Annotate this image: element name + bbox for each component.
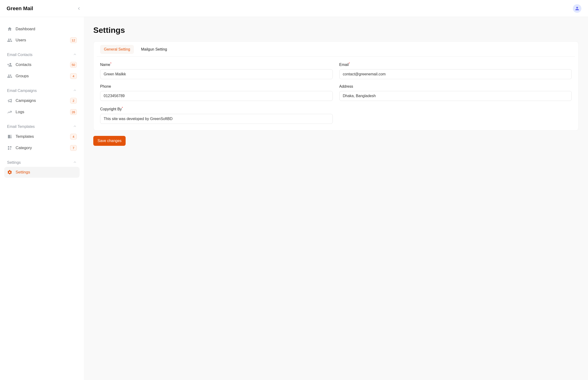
sidebar-item-label: Logs	[16, 110, 24, 114]
field-phone: Phone	[100, 84, 333, 101]
label-name: Name*	[100, 62, 333, 67]
users-icon	[7, 38, 12, 43]
sidebar-item-groups[interactable]: Groups 4	[4, 70, 80, 82]
sidebar-item-category[interactable]: Category 7	[4, 142, 80, 154]
trend-icon	[7, 109, 12, 114]
gear-icon	[7, 170, 12, 175]
sidebar-item-label: Contacts	[16, 62, 31, 67]
label-copyright: Copyright By*	[100, 106, 333, 111]
count-badge: 4	[70, 73, 77, 79]
field-email: Email*	[339, 62, 572, 79]
tabs: General Setting Mailgun Setting	[97, 45, 575, 57]
count-badge: 2	[70, 98, 77, 103]
section-title: Email Campaigns	[7, 89, 36, 93]
chevron-up-icon	[73, 88, 77, 93]
grid-plus-icon	[7, 145, 12, 151]
brand-logo-text[interactable]: Green Mail	[7, 5, 33, 12]
input-copyright[interactable]	[100, 114, 333, 124]
section-title: Settings	[7, 160, 21, 165]
label-email: Email*	[339, 62, 572, 67]
input-name[interactable]	[100, 69, 333, 79]
input-address[interactable]	[339, 91, 572, 101]
label-phone: Phone	[100, 84, 333, 89]
count-badge: 50	[70, 62, 77, 68]
count-badge: 12	[70, 37, 77, 43]
sidebar: Dashboard Users 12 Email Contacts	[0, 17, 84, 380]
sidebar-item-dashboard[interactable]: Dashboard	[4, 24, 80, 35]
sidebar-item-label: Settings	[16, 170, 30, 175]
home-icon	[7, 26, 12, 32]
sidebar-item-campaigns[interactable]: Campaigns 2	[4, 95, 80, 106]
user-plus-icon	[7, 62, 12, 67]
sidebar-section-email-templates[interactable]: Email Templates	[4, 121, 80, 131]
sidebar-item-templates[interactable]: Templates 4	[4, 131, 80, 142]
user-icon	[574, 6, 580, 11]
field-address: Address	[339, 84, 572, 101]
sidebar-section-settings[interactable]: Settings	[4, 157, 80, 167]
sidebar-collapse-button[interactable]	[76, 5, 82, 12]
sidebar-item-label: Groups	[16, 74, 29, 78]
chevron-up-icon	[73, 124, 77, 129]
save-button[interactable]: Save changes	[93, 136, 126, 146]
section-title: Email Templates	[7, 125, 35, 129]
sidebar-section-email-campaigns[interactable]: Email Campaigns	[4, 86, 80, 95]
avatar[interactable]	[573, 4, 581, 13]
sidebar-item-label: Templates	[16, 134, 34, 139]
tab-mailgun-setting[interactable]: Mailgun Setting	[137, 45, 171, 54]
tab-general-setting[interactable]: General Setting	[100, 45, 134, 54]
bullhorn-icon	[7, 98, 12, 103]
input-email[interactable]	[339, 69, 572, 79]
count-badge: 7	[70, 145, 77, 151]
count-badge: 26	[70, 109, 77, 115]
settings-card: General Setting Mailgun Setting Name* Em…	[93, 41, 579, 131]
users-icon	[7, 74, 12, 79]
sidebar-item-label: Users	[16, 38, 26, 42]
section-title: Email Contacts	[7, 53, 33, 57]
sidebar-section-email-contacts[interactable]: Email Contacts	[4, 50, 80, 59]
sidebar-item-users[interactable]: Users 12	[4, 35, 80, 46]
label-address: Address	[339, 84, 572, 89]
input-phone[interactable]	[100, 91, 333, 101]
sidebar-item-label: Category	[16, 146, 32, 150]
chevron-up-icon	[73, 160, 77, 165]
sidebar-item-settings[interactable]: Settings	[4, 167, 80, 178]
sidebar-item-label: Campaigns	[16, 98, 36, 103]
topbar: Green Mail	[0, 0, 588, 17]
chevron-up-icon	[73, 53, 77, 57]
page-title: Settings	[93, 25, 579, 35]
count-badge: 4	[70, 134, 77, 139]
field-copyright: Copyright By*	[100, 106, 333, 124]
sidebar-item-logs[interactable]: Logs 26	[4, 106, 80, 118]
template-icon	[7, 134, 12, 139]
sidebar-item-label: Dashboard	[16, 27, 35, 31]
sidebar-item-contacts[interactable]: Contacts 50	[4, 59, 80, 70]
chevron-left-icon	[77, 6, 81, 11]
main-content: Settings General Setting Mailgun Setting…	[84, 17, 588, 380]
field-name: Name*	[100, 62, 333, 79]
